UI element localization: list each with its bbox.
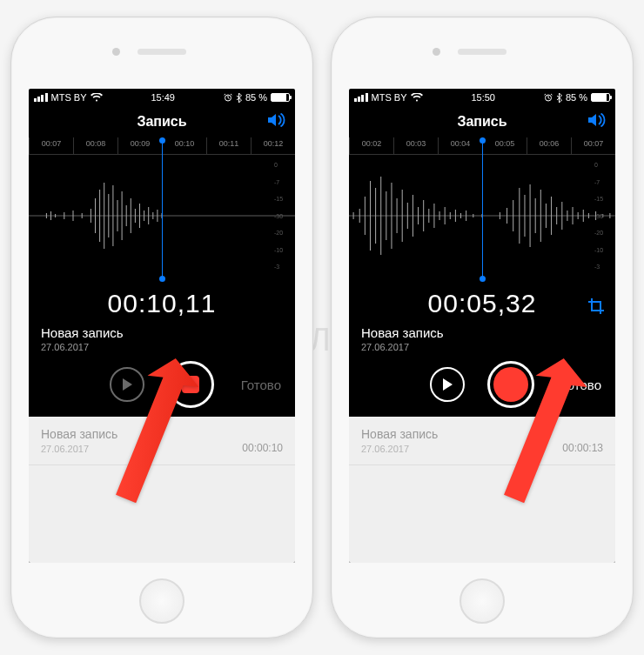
item-duration: 00:00:13 — [562, 442, 603, 454]
item-date: 27.06.2017 — [361, 444, 438, 454]
play-button[interactable] — [430, 367, 465, 402]
clock-label: 15:50 — [471, 92, 495, 103]
wifi-icon — [91, 93, 103, 102]
recordings-list: Новая запись 27.06.2017 00:00:13 — [349, 417, 615, 563]
home-button[interactable] — [139, 578, 184, 624]
stop-record-button[interactable] — [167, 361, 214, 408]
signal-icon — [354, 93, 368, 102]
wifi-icon — [411, 93, 423, 102]
page-title: Запись — [137, 114, 186, 130]
playhead[interactable] — [162, 137, 163, 282]
controls: Готово — [29, 352, 295, 417]
timer-display: 00:05,32 — [349, 277, 615, 325]
list-item[interactable]: Новая запись 27.06.2017 00:00:13 — [349, 417, 615, 465]
screen-left: MTS BY 15:49 85 % Запись 00:0700:0800:09… — [29, 89, 295, 563]
item-name: Новая запись — [361, 427, 438, 441]
phone-right: MTS BY 15:50 85 % Запись 00:0200:0300:04… — [331, 17, 634, 638]
battery-pct: 85 % — [245, 92, 267, 103]
playhead[interactable] — [482, 137, 483, 282]
item-duration: 00:00:10 — [242, 442, 283, 454]
timer-display: 00:10,11 — [29, 277, 295, 325]
battery-icon — [271, 93, 290, 102]
waveform[interactable]: 0-7-15-30-20-10-3 — [29, 155, 295, 277]
clock-label: 15:49 — [151, 92, 175, 103]
nav-bar: Запись — [29, 106, 295, 137]
waveform[interactable]: 0-7-15-30-20-10-3 — [349, 155, 615, 277]
carrier-label: MTS BY — [51, 92, 87, 103]
recording-date: 27.06.2017 — [41, 342, 283, 352]
bluetooth-icon — [556, 93, 562, 103]
alarm-icon — [544, 93, 553, 102]
recording-info: Новая запись 27.06.2017 — [29, 325, 295, 352]
screen-right: MTS BY 15:50 85 % Запись 00:0200:0300:04… — [349, 89, 615, 563]
battery-pct: 85 % — [566, 92, 587, 103]
done-button[interactable]: Готово — [241, 378, 281, 392]
signal-icon — [34, 93, 48, 102]
recording-name: Новая запись — [361, 325, 603, 340]
page-title: Запись — [457, 114, 506, 130]
status-bar: MTS BY 15:49 85 % — [29, 89, 295, 106]
item-name: Новая запись — [41, 427, 117, 441]
battery-icon — [591, 93, 610, 102]
speaker-output-icon[interactable] — [587, 112, 607, 131]
list-item[interactable]: Новая запись 27.06.2017 00:00:10 — [29, 417, 295, 465]
recordings-list: Новая запись 27.06.2017 00:00:10 — [29, 417, 295, 563]
item-date: 27.06.2017 — [41, 444, 117, 454]
db-scale: 0-7-15-30-20-10-3 — [594, 155, 612, 277]
carrier-label: MTS BY — [372, 92, 407, 103]
recording-name: Новая запись — [41, 325, 283, 340]
alarm-icon — [224, 93, 232, 102]
bluetooth-icon — [236, 93, 242, 103]
status-bar: MTS BY 15:50 85 % — [349, 89, 615, 106]
play-button[interactable] — [110, 367, 144, 402]
home-button[interactable] — [460, 578, 505, 624]
crop-icon[interactable] — [587, 297, 605, 318]
done-button[interactable]: Готово — [561, 378, 601, 392]
nav-bar: Запись — [349, 106, 615, 137]
record-button[interactable] — [487, 361, 534, 408]
phone-left: MTS BY 15:49 85 % Запись 00:0700:0800:09… — [10, 17, 313, 638]
speaker-output-icon[interactable] — [267, 112, 286, 131]
controls: Готово — [349, 352, 615, 417]
recording-info: Новая запись 27.06.2017 — [349, 325, 615, 352]
db-scale: 0-7-15-30-20-10-3 — [274, 155, 292, 277]
recording-date: 27.06.2017 — [361, 342, 603, 352]
